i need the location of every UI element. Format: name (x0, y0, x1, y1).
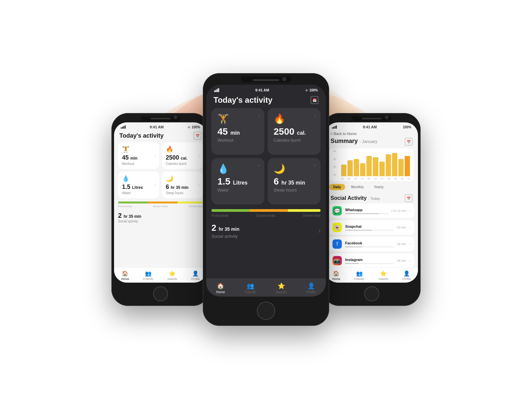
bottom-nav-center: 🏠 Home 👥 Friends ⭐ Awards 👤 Profile (206, 279, 326, 297)
social-item-whatsapp[interactable]: 💬 Whatsapp 1 hr 12 min › (329, 203, 414, 218)
phone-left-home[interactable] (153, 286, 168, 301)
nav-awards-right[interactable]: ⭐ Awards (378, 270, 388, 281)
signal-bar-c2 (215, 90, 216, 92)
signal-bars-right (332, 125, 337, 129)
nav-home-label-left: Home (121, 277, 129, 281)
home-icon-center: 🏠 (217, 282, 224, 290)
snapchat-info: Snapchat (345, 224, 394, 231)
nav-profile-left[interactable]: 👤 Profile (191, 270, 200, 281)
instagram-icon: 📸 (332, 256, 342, 265)
nav-awards-left[interactable]: ⭐ Awards (167, 270, 177, 281)
instagram-name: Instagram (345, 258, 394, 262)
nav-profile-center[interactable]: 👤 Profile (307, 282, 316, 294)
social-item-instagram[interactable]: 📸 Instagram 28 min › (329, 253, 414, 267)
nav-profile-right[interactable]: 👤 Profile (402, 270, 411, 281)
water-arrow-left: › (155, 183, 156, 187)
profile-icon-left: 👤 (192, 270, 199, 277)
chart-y-labels: 4h 3h 2h 1h (333, 150, 336, 176)
nav-home-right[interactable]: 🏠 Home (332, 270, 340, 281)
activity-grid-left: 🏋 45 min Workout › 🔥 2500 cal. Calories … (114, 142, 207, 198)
nav-home-left[interactable]: 🏠 Home (121, 270, 129, 281)
profile-icon-right: 👤 (403, 270, 410, 277)
pb-social-left (148, 201, 177, 203)
chart-bar-11 (405, 156, 410, 176)
back-label: < Back to Home (331, 132, 357, 136)
sleep-label-left: Sleep hours (166, 191, 199, 195)
sleep-label-center: Sleep hours (274, 188, 315, 193)
facebook-progress-fill (345, 246, 362, 247)
nav-awards-label-right: Awards (378, 277, 388, 281)
label-social-center: Social media (256, 214, 275, 217)
calories-card-left[interactable]: 🔥 2500 cal. Calories burnt › (162, 142, 203, 169)
chart-bar-01 (341, 165, 346, 176)
workout-value-left: 45 min (122, 154, 155, 161)
social-text-center: 2 hr 35 min Social activity (211, 223, 239, 239)
sleep-card-center[interactable]: 🌙 6 hr 35 min Sleep hours › (268, 158, 321, 204)
workout-card-left[interactable]: 🏋 45 min Workout › (118, 142, 159, 169)
friends-icon-center: 👥 (247, 282, 254, 290)
tab-yearly[interactable]: Yearly (370, 184, 387, 190)
chart-bar-08 (386, 154, 391, 176)
workout-card-center[interactable]: 🏋 45 min Workout › (211, 108, 264, 155)
water-value-center: 1.5 Litres (217, 177, 258, 186)
status-time-left: 9:41 AM (150, 125, 164, 129)
nav-home-center[interactable]: 🏠 Home (216, 282, 225, 294)
chart-bar-05 (366, 156, 372, 176)
progress-labels-center: Productivity Social media Screen time (211, 214, 321, 217)
activity-grid-center: 🏋 45 min Workout › 🔥 2500 cal. Calories … (206, 108, 326, 204)
water-card-left[interactable]: 💧 1.5 Litres Water › (118, 172, 159, 198)
tab-daily[interactable]: Daily (329, 184, 345, 190)
instagram-info: Instagram (345, 258, 394, 264)
calendar-icon-center[interactable]: 📅 (311, 96, 319, 104)
nav-awards-label-center: Awards (276, 290, 287, 294)
bottom-nav-left: 🏠 Home 👥 Friends ⭐ Awards 👤 Profile (114, 267, 207, 283)
sleep-icon-center: 🌙 (274, 163, 315, 174)
nav-friends-left[interactable]: 👥 Friends (143, 270, 153, 281)
signal-bar-1 (121, 127, 122, 129)
label-social-left: Social media (153, 205, 168, 208)
calendar-icon-social[interactable]: 📅 (405, 194, 413, 202)
social-activity-title-group: Social Activity - Today (331, 195, 380, 201)
sleep-card-left[interactable]: 🌙 6 hr 35 min Sleep hours › (162, 172, 203, 198)
nav-friends-center[interactable]: 👥 Friends (245, 282, 256, 294)
nav-friends-label-center: Friends (245, 290, 256, 294)
nav-friends-right[interactable]: 👥 Friends (354, 270, 364, 281)
social-activity-header: Social Activity - Today 📅 (325, 192, 418, 203)
social-item-snapchat[interactable]: 👻 Snapchat 55 min › (329, 220, 414, 235)
tab-monthly[interactable]: Monthly (347, 184, 368, 190)
nav-awards-center[interactable]: ⭐ Awards (276, 282, 287, 294)
signal-bar-3 (123, 126, 124, 129)
nav-home-label-center: Home (216, 290, 225, 294)
phone-left-camera (174, 116, 177, 119)
chart-bars (341, 150, 410, 176)
nav-friends-label-right: Friends (354, 277, 364, 281)
calendar-icon-right[interactable]: 📅 (405, 138, 413, 146)
signal-bar-r3 (334, 126, 335, 129)
water-card-center[interactable]: 💧 1.5 Litres Water › (211, 158, 264, 204)
status-bar-right: 9:41 AM 100% (325, 122, 418, 130)
x-label-02: 02 (348, 178, 350, 180)
social-item-facebook[interactable]: f Facebook 34 min › (329, 237, 414, 251)
calories-label-center: Calories burnt (274, 138, 315, 143)
bottom-nav-right: 🏠 Home 👥 Friends ⭐ Awards 👤 Profile (325, 267, 418, 283)
signal-bar-2 (122, 127, 123, 129)
phone-right-camera (385, 116, 388, 119)
facebook-time: 34 min (397, 242, 406, 246)
workout-arrow-left: › (155, 153, 156, 158)
calories-card-center[interactable]: 🔥 2500 cal. Calories burnt › (268, 108, 321, 155)
phone-center-home[interactable] (257, 302, 275, 320)
workout-icon-center: 🏋 (217, 113, 258, 124)
chart-bar-09 (392, 153, 397, 176)
calories-value-left: 2500 cal. (166, 154, 199, 161)
calendar-icon-left[interactable]: 📅 (194, 132, 201, 140)
battery-right: 100% (403, 125, 411, 129)
snapchat-time: 55 min (397, 226, 406, 229)
chart-bar-10 (398, 159, 404, 177)
x-label-11: 11 (407, 178, 410, 180)
social-section-left[interactable]: 2 hr 35 min Social activity (114, 210, 207, 225)
water-value-left: 1.5 Litres (122, 184, 155, 191)
social-section-center[interactable]: 2 hr 35 min Social activity › (206, 220, 326, 241)
instagram-arrow: › (409, 258, 411, 263)
back-nav[interactable]: < Back to Home (325, 130, 418, 136)
phone-right-home[interactable] (364, 286, 379, 301)
